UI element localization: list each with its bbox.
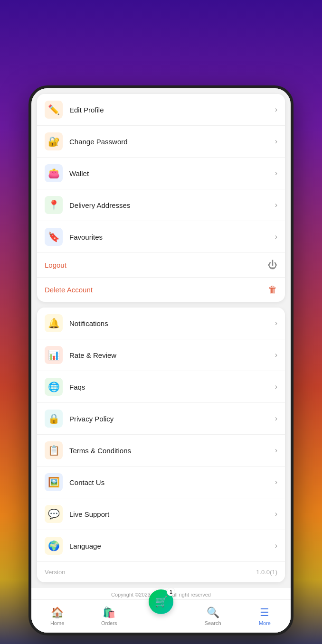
- faqs-label: Faqs: [69, 383, 275, 391]
- chevron-icon: ›: [275, 478, 277, 486]
- chevron-icon: ›: [275, 351, 277, 359]
- chevron-icon: ›: [275, 105, 277, 114]
- version-row: Version 1.0.0(1): [37, 562, 285, 582]
- nav-cart[interactable]: 🛒 1: [135, 600, 187, 633]
- nav-orders[interactable]: 🛍️ Orders: [83, 600, 135, 633]
- terms-conditions-icon: 📋: [45, 441, 63, 459]
- favourites-icon: 🔖: [45, 228, 63, 246]
- menu-item-change-password[interactable]: 🔐 Change Password ›: [37, 126, 285, 158]
- power-button: [292, 193, 294, 214]
- logout-label: Logout: [45, 261, 66, 269]
- rate-review-icon: 📊: [45, 346, 63, 364]
- more-nav-label: More: [259, 620, 271, 626]
- cart-fab-button[interactable]: 🛒 1: [149, 589, 173, 614]
- delivery-addresses-icon: 📍: [45, 196, 63, 214]
- home-icon: 🏠: [51, 607, 64, 619]
- chevron-icon: ›: [275, 233, 277, 241]
- more-icon: ☰: [260, 607, 269, 619]
- change-password-icon: 🔐: [45, 132, 63, 150]
- wallet-label: Wallet: [69, 169, 275, 177]
- wallet-icon: 👛: [45, 164, 63, 182]
- nav-more[interactable]: ☰ More: [239, 600, 291, 633]
- chevron-icon: ›: [275, 414, 277, 423]
- cart-badge: 1: [167, 588, 175, 596]
- search-icon: 🔍: [207, 607, 219, 619]
- chevron-icon: ›: [275, 137, 277, 146]
- menu-item-contact-us[interactable]: 🖼️ Contact Us ›: [37, 467, 285, 498]
- chevron-icon: ›: [275, 319, 277, 327]
- menu-item-wallet[interactable]: 👛 Wallet ›: [37, 158, 285, 189]
- menu-item-privacy-policy[interactable]: 🔒 Privacy Policy ›: [37, 403, 285, 435]
- search-nav-label: Search: [205, 620, 221, 626]
- privacy-policy-icon: 🔒: [45, 410, 63, 428]
- delete-account-label: Delete Account: [45, 286, 93, 294]
- contact-us-label: Contact Us: [69, 478, 275, 486]
- menu-item-live-support[interactable]: 💬 Live Support ›: [37, 498, 285, 530]
- phone-frame: ✏️ Edit Profile › 🔐 Change Password › 👛 …: [28, 85, 294, 635]
- terms-conditions-label: Terms & Conditions: [69, 447, 275, 455]
- chevron-icon: ›: [275, 169, 277, 177]
- chevron-icon: ›: [275, 541, 277, 550]
- chevron-icon: ›: [275, 201, 277, 209]
- delete-account-button[interactable]: Delete Account 🗑: [37, 278, 285, 302]
- menu-item-delivery-addresses[interactable]: 📍 Delivery Addresses ›: [37, 189, 285, 221]
- logout-button[interactable]: Logout ⏻: [37, 253, 285, 278]
- orders-icon: 🛍️: [103, 607, 115, 619]
- chevron-icon: ›: [275, 383, 277, 391]
- menu-item-notifications[interactable]: 🔔 Notifications ›: [37, 308, 285, 339]
- live-support-icon: 💬: [45, 505, 63, 523]
- menu-item-terms-conditions[interactable]: 📋 Terms & Conditions ›: [37, 435, 285, 467]
- settings-section: 🔔 Notifications › 📊 Rate & Review › 🌐 Fa…: [37, 308, 285, 582]
- notifications-icon: 🔔: [45, 314, 63, 332]
- language-icon: 🌍: [45, 537, 63, 555]
- version-label: Version: [45, 569, 65, 576]
- volume-button: [292, 155, 294, 183]
- nav-home[interactable]: 🏠 Home: [31, 600, 83, 633]
- chevron-icon: ›: [275, 446, 277, 455]
- rate-review-label: Rate & Review: [69, 351, 275, 359]
- menu-item-favourites[interactable]: 🔖 Favourites ›: [37, 221, 285, 253]
- nav-search[interactable]: 🔍 Search: [187, 600, 239, 633]
- favourites-label: Favourites: [69, 233, 275, 241]
- cart-icon: 🛒: [155, 596, 168, 608]
- phone-screen: ✏️ Edit Profile › 🔐 Change Password › 👛 …: [31, 88, 291, 633]
- version-value: 1.0.0(1): [256, 569, 277, 576]
- delivery-addresses-label: Delivery Addresses: [69, 201, 275, 209]
- menu-item-language[interactable]: 🌍 Language ›: [37, 530, 285, 562]
- menu-item-edit-profile[interactable]: ✏️ Edit Profile ›: [37, 94, 285, 126]
- profile-card: ✏️ Edit Profile › 🔐 Change Password › 👛 …: [37, 94, 285, 302]
- delete-icon: 🗑: [268, 284, 277, 295]
- notifications-label: Notifications: [69, 319, 275, 327]
- faqs-icon: 🌐: [45, 378, 63, 396]
- home-nav-label: Home: [50, 620, 64, 626]
- edit-profile-icon: ✏️: [45, 101, 63, 119]
- language-label: Language: [69, 542, 275, 550]
- logout-icon: ⏻: [268, 260, 277, 271]
- privacy-policy-label: Privacy Policy: [69, 415, 275, 423]
- contact-us-icon: 🖼️: [45, 473, 63, 491]
- bottom-navigation: 🏠 Home 🛍️ Orders 🛒 1 🔍 Search ☰ More: [31, 599, 291, 633]
- menu-item-rate-review[interactable]: 📊 Rate & Review ›: [37, 339, 285, 371]
- change-password-label: Change Password: [69, 138, 275, 146]
- live-support-label: Live Support: [69, 510, 275, 518]
- chevron-icon: ›: [275, 510, 277, 518]
- menu-item-faqs[interactable]: 🌐 Faqs ›: [37, 371, 285, 403]
- edit-profile-label: Edit Profile: [69, 106, 275, 114]
- orders-nav-label: Orders: [101, 620, 117, 626]
